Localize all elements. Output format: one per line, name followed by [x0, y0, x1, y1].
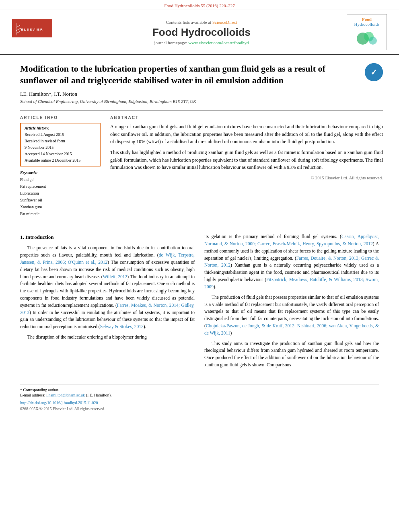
email-name: (I.E. Hamilton).: [86, 393, 112, 397]
ref-willett[interactable]: Willett, 2012: [103, 274, 128, 279]
keyword-3: Lubrication: [20, 190, 101, 197]
body-r-p2: The production of fluid gels that posses…: [204, 294, 379, 337]
abstract-panel: ABSTRACT A range of xanthan gum fluid ge…: [110, 115, 383, 217]
received-date: Received 4 August 2015 Received in revis…: [25, 131, 97, 164]
ref-dewijk[interactable]: de Wijk, Terpstra, Janssen, & Prinz, 200…: [20, 253, 195, 265]
homepage-line: journal homepage: www.elsevier.com/locat…: [56, 40, 347, 45]
keywords-block: Keywords: Fluid gel Fat replacement Lubr…: [20, 170, 101, 217]
ref-farres2013[interactable]: Farres, Douaire, & Norton, 2013; Garrec …: [204, 256, 379, 268]
abstract-p2: This study has highlighted a method of p…: [110, 149, 383, 171]
email-link[interactable]: l.hamilton@bham.ac.uk: [46, 393, 85, 397]
body-r-p1: its gelation is the primary method of fo…: [204, 233, 379, 291]
abstract-text: A range of xanthan gum fluid gels and fl…: [110, 123, 383, 181]
svg-text:ELSEVIER: ELSEVIER: [21, 28, 43, 31]
elsevier-logo: ELSEVIER: [12, 19, 56, 45]
ref-farres2014[interactable]: Farres, Moakes, & Norton, 2014; Gidley, …: [20, 303, 195, 315]
keyword-4: Sunflower oil: [20, 197, 101, 203]
email-label: E-mail address:: [20, 393, 45, 397]
citation-text: Food Hydrocolloids 55 (2016) 220–227: [164, 3, 234, 8]
highlighted-text: highlighted: [140, 150, 162, 155]
journal-center-info: Contents lists available at ScienceDirec…: [56, 20, 347, 45]
journal-header: ELSEVIER Contents lists available at Sci…: [0, 10, 399, 55]
doi-link-line: http://dx.doi.org/10.1016/j.foodhyd.2015…: [20, 401, 379, 405]
body-section: 1. Introduction The presence of fats is …: [0, 233, 399, 380]
article-info-panel: ARTICLE INFO Article history: Received 4…: [20, 115, 101, 217]
rlogo-hydrocolloids: Hydrocolloids: [350, 22, 384, 27]
keyword-5: Xanthan gum: [20, 203, 101, 210]
article-title: Modification to the lubrication properti…: [20, 63, 334, 86]
keyword-6: Fat mimetic: [20, 210, 101, 217]
history-label: Article history:: [25, 126, 97, 130]
abstract-p1: A range of xanthan gum fluid gels and fl…: [110, 123, 383, 146]
ref-cassin[interactable]: Cassin, Appelqvist, Normand, & Norton, 2…: [204, 234, 379, 246]
svg-point-8: [369, 37, 377, 45]
keywords-label: Keywords:: [20, 170, 101, 175]
authors-line: I.E. Hamilton*, I.T. Norton: [20, 91, 383, 97]
issn-line: 0268-005X/© 2015 Elsevier Ltd. All right…: [20, 407, 379, 411]
body-two-col: 1. Introduction The presence of fats is …: [20, 233, 379, 372]
svg-text:✓: ✓: [370, 68, 377, 77]
sciencedirect-line: Contents lists available at ScienceDirec…: [56, 20, 347, 25]
body-r-p3: This study aims to investigate the produ…: [204, 340, 379, 369]
article-main: ✓ Modification to the lubrication proper…: [0, 55, 399, 233]
footer-section: * Corresponding author. E-mail address: …: [20, 384, 379, 411]
header-divider: [20, 110, 383, 111]
crossmark-icon: ✓: [365, 63, 383, 81]
crossmark-badge: ✓: [365, 63, 383, 81]
article-history-block: Article history: Received 4 August 2015 …: [20, 123, 101, 166]
abstract-heading: ABSTRACT: [110, 115, 383, 120]
journal-logo-box: Food Hydrocolloids: [347, 14, 387, 50]
sciencedirect-link[interactable]: ScienceDirect: [212, 20, 237, 25]
intro-p1: The presence of fats is a vital componen…: [20, 244, 195, 331]
homepage-link[interactable]: www.elsevier.com/locate/foodhyd: [188, 40, 249, 45]
keywords-list: Fluid gel Fat replacement Lubrication Su…: [20, 176, 101, 217]
affiliation-line: School of Chemical Engineering, Universi…: [20, 99, 383, 104]
article-info-heading: ARTICLE INFO: [20, 115, 101, 120]
ref-chojnicka[interactable]: Chojnicka-Paszun, de Jongh, & de Kruif, …: [204, 323, 379, 335]
copyright-line: © 2015 Elsevier Ltd. All rights reserved…: [110, 175, 383, 181]
journal-right-logo: Food Hydrocolloids: [347, 14, 387, 50]
keyword-1: Fluid gel: [20, 176, 101, 183]
corresponding-note: * Corresponding author.: [20, 388, 379, 392]
intro-p2: The disruption of the molecular ordering…: [20, 334, 195, 341]
keyword-2: Fat replacement: [20, 183, 101, 190]
info-abstract-row: ARTICLE INFO Article history: Received 4…: [20, 115, 383, 217]
body-col-right: its gelation is the primary method of fo…: [204, 233, 379, 372]
journal-title: Food Hydrocolloids: [56, 26, 347, 39]
body-col-left: 1. Introduction The presence of fats is …: [20, 233, 195, 372]
rlogo-food: Food: [350, 17, 384, 22]
section1-title: 1. Introduction: [20, 233, 195, 241]
doi-link[interactable]: http://dx.doi.org/10.1016/j.foodhyd.2015…: [20, 401, 98, 405]
ref-fitzpatrick[interactable]: Fitzpatrick, Meadows, Ratcliffe, & Willi…: [204, 277, 379, 289]
citation-bar: Food Hydrocolloids 55 (2016) 220–227: [0, 0, 399, 10]
ref-selway[interactable]: Selway & Stokes, 2013: [100, 324, 144, 329]
email-line: E-mail address: l.hamilton@bham.ac.uk (I…: [20, 393, 379, 397]
